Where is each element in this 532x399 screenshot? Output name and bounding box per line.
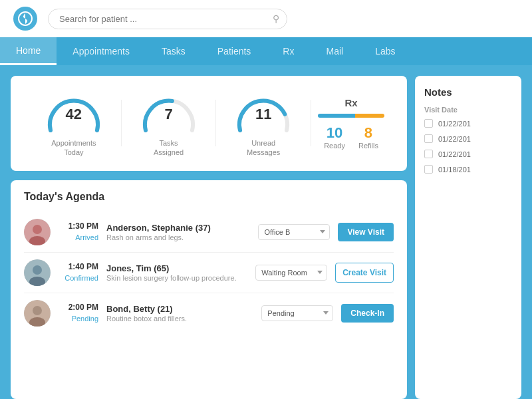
appt-name-2: Jones, Tim (65) xyxy=(106,263,247,273)
note-checkbox-2[interactable] xyxy=(424,134,433,143)
appt-info-3: Bond, Betty (21) Routine botox and fille… xyxy=(106,304,253,323)
stat-tasks: 7 TasksAssigned xyxy=(122,89,216,158)
note-date-3: 01/22/201 xyxy=(438,150,471,158)
appt-name-3: Bond, Betty (21) xyxy=(106,304,253,314)
appointments-label: AppointmentsToday xyxy=(51,138,96,158)
create-visit-button-2[interactable]: Create Visit xyxy=(335,263,394,283)
rx-refills: 8 Refills xyxy=(358,124,378,150)
agenda-card: Today's Agenda 1:30 PM Arrived Anderson,… xyxy=(11,180,407,399)
appt-status-2: Confirmed xyxy=(65,274,98,282)
note-checkbox-1[interactable] xyxy=(424,119,433,128)
appt-name-1: Anderson, Stephanie (37) xyxy=(106,223,250,233)
appt-row-1: 1:30 PM Arrived Anderson, Stephanie (37)… xyxy=(24,212,394,253)
stat-appointments: 42 AppointmentsToday xyxy=(27,89,121,158)
rx-title: Rx xyxy=(344,97,357,108)
rx-ready-num: 10 xyxy=(324,124,345,142)
nav-tasks[interactable]: Tasks xyxy=(146,37,201,65)
appt-time-3: 2:00 PM Pending xyxy=(59,303,98,324)
note-row-4: 01/18/201 xyxy=(424,165,512,174)
appt-time-2: 1:40 PM Confirmed xyxy=(59,262,98,283)
avatar-bond xyxy=(24,300,51,327)
appt-time-1: 1:30 PM Arrived xyxy=(59,221,98,243)
rx-stats: 10 Ready 8 Refills xyxy=(324,124,378,150)
messages-value: 11 xyxy=(255,106,271,123)
nav-mail[interactable]: Mail xyxy=(310,37,359,65)
rx-bar-refills xyxy=(355,114,384,118)
avatar-anderson xyxy=(24,219,51,245)
appointments-value: 42 xyxy=(66,106,82,123)
rx-bar-ready xyxy=(318,114,355,118)
note-date-1: 01/22/201 xyxy=(438,120,471,128)
appt-room-select-3[interactable]: Pending Office A Office B Waiting Room xyxy=(261,305,333,321)
gauge-messages: 11 xyxy=(233,89,293,136)
rx-refills-label: Refills xyxy=(358,142,378,150)
note-checkbox-3[interactable] xyxy=(424,150,433,158)
note-date-4: 01/18/201 xyxy=(438,166,471,174)
view-visit-button-1[interactable]: View Visit xyxy=(338,223,394,241)
notes-col-header: Visit Date xyxy=(424,106,512,114)
messages-label: UnreadMessages xyxy=(247,138,280,158)
gauge-appointments: 42 xyxy=(44,89,104,136)
nav-appointments[interactable]: Appointments xyxy=(57,37,146,65)
gauge-tasks: 7 xyxy=(139,89,199,136)
appt-note-2: Skin lesion surgery follow-up procedure. xyxy=(106,274,247,282)
tasks-value: 7 xyxy=(164,106,172,123)
appt-room-select-1[interactable]: Office B Waiting Room Office A xyxy=(258,224,330,240)
svg-point-2 xyxy=(33,225,42,234)
notes-title: Notes xyxy=(424,86,512,98)
search-icon: ⚲ xyxy=(273,13,279,24)
stats-card: 42 AppointmentsToday 7 TasksAssigned xyxy=(11,76,407,171)
note-row-1: 01/22/201 xyxy=(424,119,512,128)
main-nav: Home Appointments Tasks Patients Rx Mail… xyxy=(0,37,532,65)
nav-home[interactable]: Home xyxy=(0,37,57,65)
notes-panel: Notes Visit Date 01/22/201 01/22/201 01/… xyxy=(415,76,521,399)
appt-status-3: Pending xyxy=(72,315,98,323)
appt-row-2: 1:40 PM Confirmed Jones, Tim (65) Skin l… xyxy=(24,253,394,293)
appt-row-3: 2:00 PM Pending Bond, Betty (21) Routine… xyxy=(24,293,394,333)
search-input[interactable] xyxy=(48,9,287,29)
nav-rx[interactable]: Rx xyxy=(267,37,310,65)
appt-info-1: Anderson, Stephanie (37) Rash on arms an… xyxy=(106,223,250,241)
appt-note-1: Rash on arms and legs. xyxy=(106,233,250,241)
note-row-3: 01/22/201 xyxy=(424,150,512,158)
main-content: 42 AppointmentsToday 7 TasksAssigned xyxy=(0,65,532,399)
rx-ready-label: Ready xyxy=(324,142,345,150)
agenda-title: Today's Agenda xyxy=(24,191,394,203)
appt-info-2: Jones, Tim (65) Skin lesion surgery foll… xyxy=(106,263,247,282)
rx-bar xyxy=(318,114,384,118)
stat-messages: 11 UnreadMessages xyxy=(216,89,311,158)
note-row-2: 01/22/201 xyxy=(424,134,512,143)
top-bar: ⚲ xyxy=(0,0,532,37)
tasks-label: TasksAssigned xyxy=(154,138,184,158)
appt-status-1: Arrived xyxy=(75,233,98,241)
search-wrap: ⚲ xyxy=(48,9,287,29)
nav-patients[interactable]: Patients xyxy=(201,37,267,65)
rx-card: Rx 10 Ready 8 Refills xyxy=(311,97,391,150)
svg-point-8 xyxy=(33,306,42,315)
rx-ready: 10 Ready xyxy=(324,124,345,150)
checkin-button-3[interactable]: Check-In xyxy=(341,304,394,323)
svg-point-5 xyxy=(33,265,42,275)
appt-note-3: Routine botox and fillers. xyxy=(106,315,253,323)
rx-refills-num: 8 xyxy=(358,124,378,142)
note-checkbox-4[interactable] xyxy=(424,165,433,174)
left-panel: 42 AppointmentsToday 7 TasksAssigned xyxy=(11,76,407,399)
avatar-jones xyxy=(24,259,51,286)
logo xyxy=(13,7,37,31)
note-date-2: 01/22/201 xyxy=(438,135,471,143)
appt-room-select-2[interactable]: Waiting Room Office A Office B xyxy=(255,265,327,281)
nav-labs[interactable]: Labs xyxy=(359,37,411,65)
